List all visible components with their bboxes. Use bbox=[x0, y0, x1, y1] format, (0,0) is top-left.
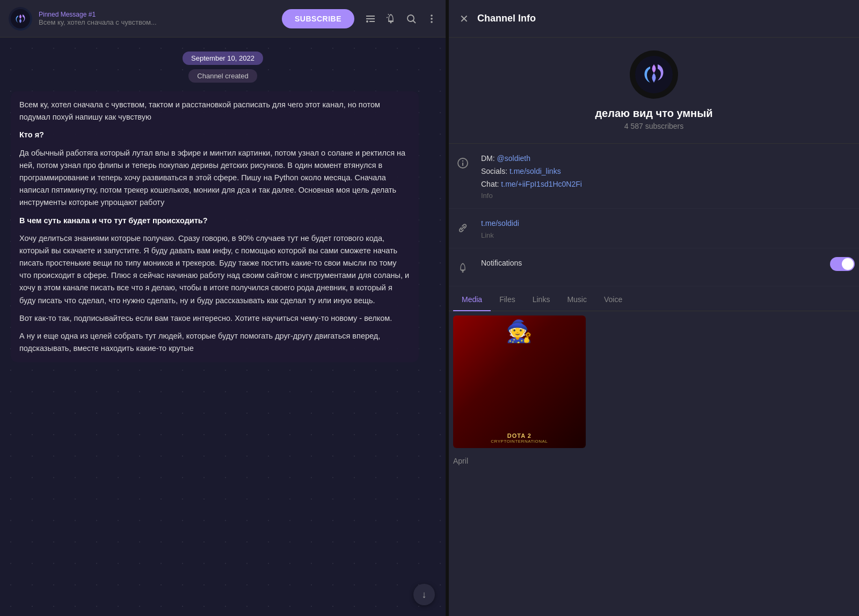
subscribe-note: Вот как-то так, подписывайтесь если вам … bbox=[19, 312, 410, 325]
notifications-toggle-container bbox=[830, 257, 855, 271]
svg-point-9 bbox=[407, 15, 414, 21]
socials-label: Socials: bbox=[481, 167, 509, 175]
tab-media[interactable]: Media bbox=[453, 289, 491, 311]
search-icon[interactable] bbox=[406, 13, 417, 24]
info-header: ✕ Channel Info bbox=[449, 0, 859, 38]
tab-voice[interactable]: Voice bbox=[595, 289, 631, 311]
pinned-preview: Всем ку, хотел сначала с чувством... bbox=[39, 18, 200, 26]
what-channel-heading: В чем суть канала и что тут будет происх… bbox=[19, 215, 410, 227]
svg-point-7 bbox=[390, 21, 392, 23]
pinned-label: Pinned Message #1 bbox=[39, 11, 275, 18]
info-row-link: t.me/soldidi Link bbox=[449, 209, 859, 248]
svg-point-17 bbox=[462, 160, 463, 162]
svg-rect-18 bbox=[461, 270, 464, 271]
info-row-details: DM: @soldieth Socials: t.me/soldi_links … bbox=[449, 144, 859, 209]
info-sub-label: Info bbox=[481, 192, 855, 200]
notifications-label: Notifications bbox=[481, 257, 821, 270]
svg-point-11 bbox=[431, 14, 433, 17]
dm-label: DM: bbox=[481, 154, 497, 163]
info-panel: ✕ Channel Info делаю вид что умный 4 587… bbox=[449, 0, 859, 616]
header-info: Pinned Message #1 Всем ку, хотел сначала… bbox=[39, 11, 275, 26]
down-arrow-icon: ↓ bbox=[422, 589, 427, 600]
channel-avatar-large bbox=[630, 50, 678, 99]
link-row-content: t.me/soldidi Link bbox=[481, 217, 855, 239]
header-icons bbox=[365, 13, 437, 24]
link-sub-label: Link bbox=[481, 231, 855, 239]
dota-logo-text: DOTA 2 bbox=[507, 433, 532, 439]
svg-line-5 bbox=[387, 17, 388, 18]
notifications-icon bbox=[453, 258, 472, 277]
info-content: делаю вид что умный 4 587 subscribers bbox=[449, 38, 859, 143]
month-label: April bbox=[449, 452, 859, 467]
chat-panel: Pinned Message #1 Всем ку, хотел сначала… bbox=[0, 0, 446, 616]
media-item-dota[interactable]: 🧙 DOTA 2 CRYPTOINTERNATIONAL bbox=[453, 316, 586, 448]
socials-link[interactable]: t.me/soldi_links bbox=[509, 167, 561, 175]
dm-handle[interactable]: @soldieth bbox=[497, 154, 530, 163]
svg-line-10 bbox=[413, 20, 416, 23]
date-badge: September 10, 2022 bbox=[183, 52, 263, 65]
media-tabs: Media Files Links Music Voice bbox=[449, 289, 859, 311]
close-icon: ✕ bbox=[460, 12, 469, 25]
svg-point-19 bbox=[462, 271, 464, 273]
chat-header: Pinned Message #1 Всем ку, хотел сначала… bbox=[0, 0, 446, 38]
dota-sub-text: CRYPTOINTERNATIONAL bbox=[491, 439, 548, 444]
close-button[interactable]: ✕ bbox=[460, 12, 469, 25]
info-rows: DM: @soldieth Socials: t.me/soldi_links … bbox=[449, 143, 859, 287]
bell-icon[interactable] bbox=[385, 13, 396, 24]
channel-created-badge: Channel created bbox=[188, 69, 257, 83]
channel-link[interactable]: t.me/soldidi bbox=[481, 219, 519, 228]
tab-music[interactable]: Music bbox=[558, 289, 595, 311]
info-panel-title: Channel Info bbox=[477, 13, 536, 24]
info-dm-line: DM: @soldieth Socials: t.me/soldi_links … bbox=[481, 152, 855, 190]
footer-text: А ну и еще одна из целей собрать тут люд… bbox=[19, 330, 410, 355]
chat-link[interactable]: t.me/+iiFpI1sd1Hc0N2Fi bbox=[501, 180, 582, 188]
svg-point-13 bbox=[431, 21, 433, 23]
svg-point-12 bbox=[431, 18, 433, 20]
intro-text: Всем ку, хотел сначала с чувством, такто… bbox=[19, 99, 410, 123]
tab-files[interactable]: Files bbox=[491, 289, 524, 311]
what-channel-body: Хочу делиться знаниями которые получаю. … bbox=[19, 232, 410, 307]
more-icon[interactable] bbox=[426, 13, 437, 24]
info-row-text: DM: @soldieth Socials: t.me/soldi_links … bbox=[481, 152, 855, 200]
chat-messages: September 10, 2022 Channel created Всем … bbox=[0, 38, 446, 616]
message-content: Всем ку, хотел сначала с чувством, такто… bbox=[11, 91, 419, 362]
info-detail-icon bbox=[453, 153, 472, 173]
dota-figure-icon: 🧙 bbox=[506, 319, 533, 344]
link-url: t.me/soldidi bbox=[481, 217, 855, 230]
scroll-down-button[interactable]: ↓ bbox=[413, 584, 435, 605]
info-panel-scroll: делаю вид что умный 4 587 subscribers DM… bbox=[449, 38, 859, 616]
tab-links[interactable]: Links bbox=[524, 289, 559, 311]
media-grid: 🧙 DOTA 2 CRYPTOINTERNATIONAL bbox=[449, 311, 859, 452]
who-am-i-heading: Кто я? bbox=[19, 129, 410, 141]
dota-thumbnail: 🧙 DOTA 2 CRYPTOINTERNATIONAL bbox=[453, 316, 586, 448]
notifications-label-container: Notifications bbox=[481, 257, 821, 270]
notifications-toggle[interactable] bbox=[830, 257, 855, 271]
chat-label: Chat: bbox=[481, 180, 501, 188]
info-row-notifications: Notifications bbox=[449, 248, 859, 287]
date-separator: September 10, 2022 bbox=[11, 52, 435, 65]
subscribe-button[interactable]: SUBSCRIBE bbox=[282, 9, 354, 28]
link-row-icon bbox=[453, 218, 472, 238]
list-icon[interactable] bbox=[365, 13, 376, 24]
svg-point-4 bbox=[366, 20, 368, 23]
who-am-i-body: Да обычный работяга который лутал влы в … bbox=[19, 147, 410, 209]
channel-created: Channel created bbox=[11, 69, 435, 83]
channel-avatar-header bbox=[9, 7, 32, 31]
channel-name: делаю вид что умный bbox=[595, 107, 712, 120]
subscriber-count: 4 587 subscribers bbox=[624, 122, 684, 130]
svg-line-8 bbox=[388, 14, 389, 15]
